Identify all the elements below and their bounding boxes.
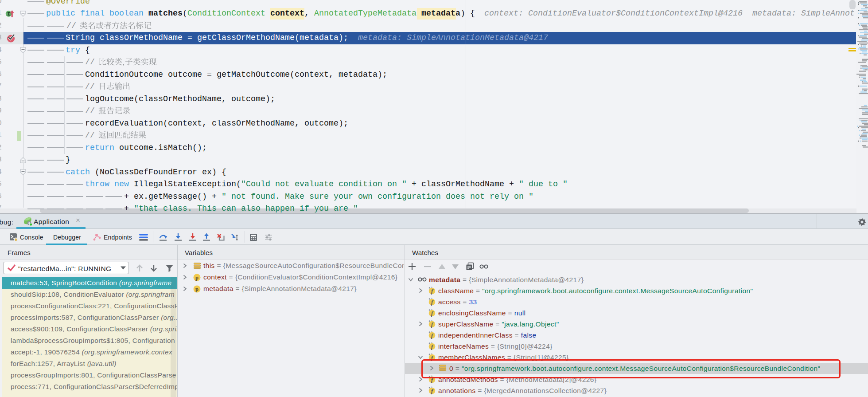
svg-text:p: p: [195, 286, 199, 292]
svg-text:p: p: [195, 275, 199, 281]
